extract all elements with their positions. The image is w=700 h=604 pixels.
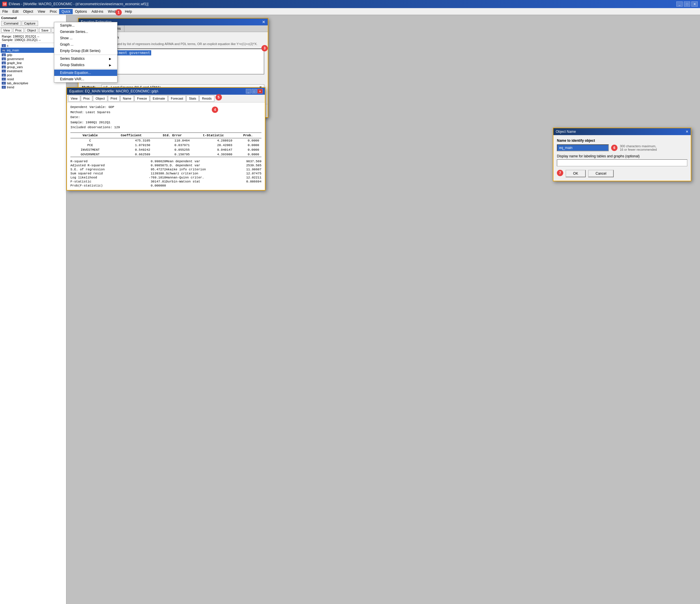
- stat-aic: Akaike info criterion 11.98607: [166, 167, 261, 171]
- row-gov-coef: 0.662589: [110, 152, 153, 157]
- row-inv-prob: 0.0000: [234, 147, 261, 152]
- row-pce-coef: 1.079150: [110, 143, 153, 147]
- menu-estimate-var[interactable]: Estimate VAR...: [54, 76, 117, 82]
- table-row: C 475.3105 110.8464 4.288010 0.0000: [70, 138, 261, 143]
- obj-icon-tabdesc: t: [2, 82, 6, 84]
- eq-estimation-close[interactable]: ✕: [262, 20, 266, 24]
- obs-line: Included observations: 129: [70, 125, 261, 130]
- eq-name-btn[interactable]: Name: [120, 95, 134, 102]
- on-name-label: Name to identify object: [557, 139, 687, 143]
- menu-show[interactable]: Show ...: [54, 35, 117, 41]
- maximize-button[interactable]: □: [684, 1, 690, 7]
- menu-addins[interactable]: Add-ins: [89, 9, 106, 14]
- wf-save-btn[interactable]: Save: [39, 28, 50, 33]
- title-text: EViews - [Workfile: MACRO_ECONOMIC - (d:…: [9, 2, 148, 6]
- eq-resids-btn[interactable]: Resids: [199, 95, 215, 102]
- menu-proc[interactable]: Proc: [48, 9, 59, 14]
- eq-proc-btn[interactable]: Proc: [81, 95, 93, 102]
- menu-estimate-equation[interactable]: Estimate Equation...: [54, 70, 117, 76]
- object-item-trend[interactable]: t trend: [1, 85, 66, 89]
- method-line: Method: Least Squares: [70, 110, 261, 115]
- menu-view[interactable]: View: [35, 9, 48, 14]
- close-button[interactable]: ✕: [691, 1, 698, 7]
- obj-name-eqmain: eq_main: [7, 49, 19, 52]
- menu-series-statistics[interactable]: Series Statistics ▶: [54, 55, 117, 62]
- menu-file[interactable]: File: [0, 9, 10, 14]
- row-c-se: 110.8464: [153, 138, 192, 143]
- obj-icon-c: c: [2, 44, 6, 47]
- eq-forecast-btn[interactable]: Forecast: [168, 95, 186, 102]
- eq-stats-btn[interactable]: Stats: [186, 95, 199, 102]
- command-button[interactable]: Command: [1, 21, 21, 26]
- stat-ssresid: Sum squared resid 1139380.: [70, 171, 166, 175]
- object-list: c c eq eq_main 8 g gdp g government g gr…: [0, 43, 66, 604]
- menu-edit[interactable]: Edit: [10, 9, 21, 14]
- command-label: Command: [1, 16, 65, 20]
- obj-name-groupvars: group_vars: [7, 65, 23, 69]
- obj-icon-eqmain: eq: [2, 49, 6, 52]
- eq-view-btn[interactable]: View: [68, 95, 80, 102]
- on-name-input[interactable]: [557, 144, 609, 151]
- row-gov-var: GOVERNMENT: [70, 152, 110, 157]
- minimize-button[interactable]: _: [676, 1, 683, 7]
- eq-results-table: Variable Coefficient Std. Error t-Statis…: [70, 132, 261, 157]
- app-icon: 10: [2, 2, 7, 6]
- title-bar: 10 EViews - [Workfile: MACRO_ECONOMIC - …: [0, 0, 700, 8]
- row-inv-var: INVESTMENT: [70, 147, 110, 152]
- row-gov-se: 0.150795: [153, 152, 192, 157]
- row-pce-var: PCE: [70, 143, 110, 147]
- eq-estimate-btn[interactable]: Estimate: [150, 95, 168, 102]
- sample-value: 1980Q1 2012Q1 --: [14, 38, 41, 42]
- wf-view-btn[interactable]: View: [1, 28, 12, 33]
- sample-label: Sample:: [2, 38, 13, 42]
- on-body: Name to identify object 6 300 characters…: [553, 135, 691, 181]
- on-hint: 300 characters maximum,16 or fewer recom…: [620, 144, 657, 151]
- obj-icon-gov: g: [2, 57, 6, 61]
- badge-6: 6: [611, 145, 618, 151]
- menu-empty-group[interactable]: Empty Group (Edit Series): [54, 48, 117, 54]
- obj-icon-graphline: g: [2, 62, 6, 64]
- stats-section: R-squared 0.998620 Adjusted R-squared 0.…: [70, 160, 261, 188]
- left-panel: Command Command Capture View Proc Object…: [0, 15, 66, 604]
- menu-quick[interactable]: Quick: [59, 9, 73, 14]
- menu-help[interactable]: Help: [123, 9, 134, 14]
- row-pce-se: 0.037971: [153, 143, 192, 147]
- stat-hq: Hannan-Quinn criter. 12.02211: [166, 175, 261, 179]
- menu-generate-series[interactable]: Generate Series...: [54, 29, 117, 35]
- badge-7: 7: [557, 170, 563, 176]
- table-row: GOVERNMENT 0.662589 0.150795 4.393980 0.…: [70, 152, 261, 157]
- col-stderr: Std. Error: [153, 132, 192, 138]
- menu-graph[interactable]: Graph ...: [54, 41, 117, 48]
- eq-restore-btn[interactable]: □: [252, 89, 257, 94]
- obj-name-gdp: gdp: [7, 53, 12, 56]
- eq-object-btn[interactable]: Object: [93, 95, 107, 102]
- obj-icon-trend: t: [2, 86, 6, 89]
- obj-name-tabdesc: tab_descriptive: [7, 81, 28, 85]
- on-display-input[interactable]: [557, 160, 687, 166]
- obj-name-pce: pce: [7, 73, 12, 77]
- stat-fstat: F-statistic 30147.81: [70, 179, 166, 184]
- on-ok-btn[interactable]: OK: [566, 170, 586, 177]
- stat-schwarz: Schwarz criterion 12.07475: [166, 171, 261, 175]
- obj-name-resid: resid: [7, 77, 14, 81]
- capture-button[interactable]: Capture: [22, 21, 38, 26]
- menu-sample[interactable]: Sample...: [54, 22, 117, 29]
- quick-dropdown-menu: Sample... Generate Series... Show ... Gr…: [54, 22, 118, 82]
- sample-line: Sample: 1980Q1 2012Q1: [70, 120, 261, 125]
- menu-bar: File Edit Object View Proc Quick Options…: [0, 8, 700, 15]
- wf-object-btn[interactable]: Object: [25, 28, 38, 33]
- on-buttons: 7 OK Cancel: [557, 170, 687, 177]
- eq-freeze-btn[interactable]: Freeze: [134, 95, 149, 102]
- eq-close-btn[interactable]: ✕: [257, 89, 262, 94]
- eq-print-btn[interactable]: Print: [108, 95, 120, 102]
- badge-5: 5: [216, 94, 222, 100]
- menu-options[interactable]: Options: [73, 9, 89, 14]
- stat-meandep: Mean dependent var 9637.569: [166, 160, 261, 163]
- on-cancel-btn[interactable]: Cancel: [588, 170, 614, 177]
- wf-proc-btn[interactable]: Proc: [13, 28, 24, 33]
- menu-group-statistics[interactable]: Group Statistics ▶: [54, 62, 117, 68]
- eq-minimize-btn[interactable]: _: [246, 89, 251, 94]
- menu-object[interactable]: Object: [21, 9, 35, 14]
- on-close-icon[interactable]: ✕: [685, 130, 689, 134]
- obj-name-trend: trend: [7, 86, 14, 89]
